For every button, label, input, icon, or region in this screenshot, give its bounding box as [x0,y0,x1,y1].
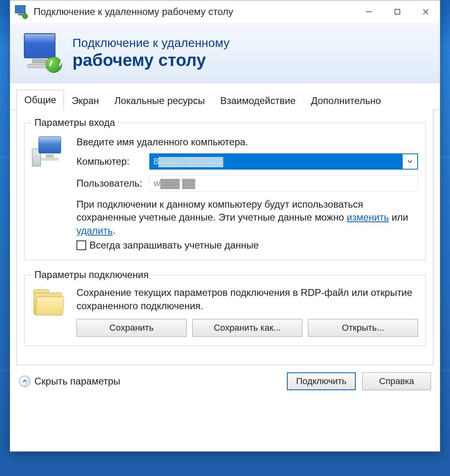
login-intro-text: Введите имя удаленного компьютера. [76,136,418,148]
saved-credentials-note: При подключении к данному компьютеру буд… [76,198,418,237]
rdp-window: Подключение к удаленному рабочему столу … [10,0,440,452]
group-connection: Параметры подключения Сохранение текущих… [24,269,426,346]
tab-display[interactable]: Экран [64,90,107,110]
header-line2: рабочему столу [72,51,229,70]
connect-button[interactable]: Подключить [287,372,356,390]
computer-label: Компьютер: [76,156,149,167]
always-ask-label: Всегда запрашивать учетные данные [89,240,259,251]
link-edit-credentials[interactable]: изменить [347,212,389,223]
group-login: Параметры входа Введите имя удаленного к… [24,117,426,260]
link-delete-credentials[interactable]: удалить [76,225,112,236]
maximize-button[interactable] [383,0,412,23]
footer: Скрыть параметры Подключить Справка [10,365,440,399]
svg-rect-1 [395,9,400,14]
titlebar: Подключение к удаленному рабочему столу [10,0,440,23]
tab-advanced[interactable]: Дополнительно [304,90,389,110]
tab-experience[interactable]: Взаимодействие [212,90,303,110]
open-button[interactable]: Открыть... [308,319,418,337]
toggle-options-label[interactable]: Скрыть параметры [34,376,120,387]
group-connection-legend: Параметры подключения [32,269,151,280]
save-button[interactable]: Сохранить [76,319,187,337]
header-line1: Подключение к удаленному [72,36,229,50]
window-title: Подключение к удаленному рабочему столу [34,6,233,17]
rdp-large-icon [21,31,66,75]
group-login-legend: Параметры входа [32,117,117,128]
always-ask-checkbox[interactable] [76,240,86,250]
collapse-options-icon[interactable] [19,376,30,387]
chevron-down-icon[interactable] [403,154,417,169]
user-label: Пользователь: [76,178,149,189]
tabpanel-general: Параметры входа Введите имя удаленного к… [17,110,433,365]
help-button[interactable]: Справка [362,372,431,390]
tab-local-resources[interactable]: Локальные ресурсы [107,90,213,110]
minimize-button[interactable] [355,0,383,23]
user-field[interactable]: w▓▓▓ ▓▓ [149,175,418,191]
tabstrip: Общие Экран Локальные ресурсы Взаимодейс… [10,83,440,110]
folder-icon [32,289,68,319]
tab-general[interactable]: Общие [17,90,64,110]
rdp-app-icon [13,4,30,20]
save-as-button[interactable]: Сохранить как... [192,319,302,337]
connection-text: Сохранение текущих параметров подключени… [76,286,418,312]
header-banner: Подключение к удаленному рабочему столу [10,23,440,83]
close-button[interactable] [412,0,440,23]
computer-icon [32,136,68,168]
computer-combobox[interactable]: 8▓▓▓▓▓▓▓▓▓▓ [149,153,418,170]
computer-value[interactable]: 8▓▓▓▓▓▓▓▓▓▓ [150,154,403,169]
